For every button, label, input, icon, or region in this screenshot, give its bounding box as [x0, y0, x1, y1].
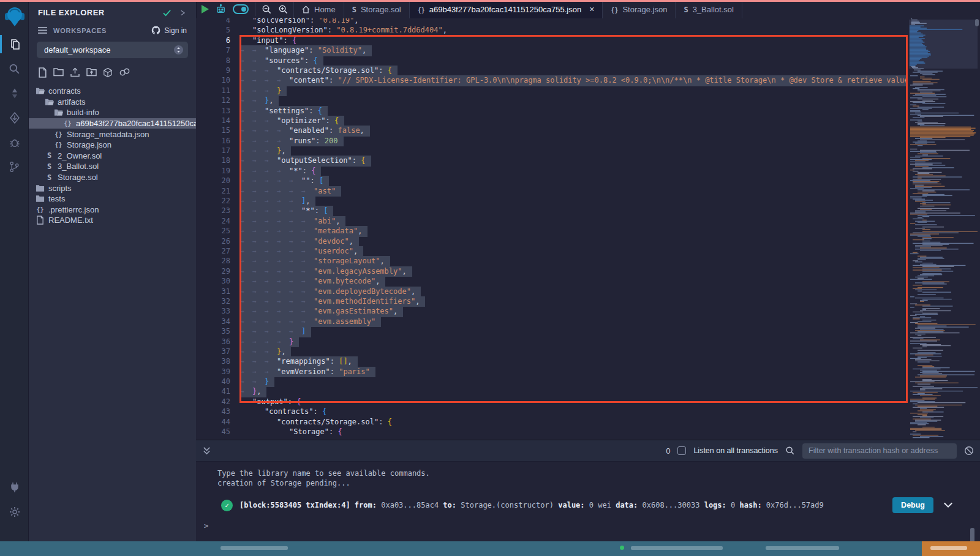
run-script-button[interactable] [202, 5, 209, 13]
code-line: "output": { [240, 397, 908, 407]
tree-item[interactable]: {}Storage_metadata.json [29, 129, 196, 140]
robot-assistant-icon[interactable] [215, 4, 227, 15]
tree-item-label: contracts [48, 86, 81, 96]
terminal-search-icon[interactable] [785, 446, 795, 456]
folder-open-icon [53, 108, 64, 116]
code-line: →→→→→→"abi", [240, 216, 908, 226]
code-line: →→→→→→"ast" [240, 186, 908, 196]
tree-item[interactable]: README.txt [29, 215, 196, 226]
code-line: →→→→→→"evm.bytecode", [240, 276, 908, 286]
line-number: 41 [196, 386, 230, 396]
rail-item-settings[interactable] [0, 500, 29, 524]
rail-item-plugin-manager[interactable] [0, 475, 29, 500]
code-line: →→→→→] [240, 326, 908, 336]
zoom-in-icon[interactable] [278, 4, 288, 15]
upload-folder-icon[interactable] [86, 67, 97, 78]
line-number: 44 [196, 417, 230, 427]
line-number: 29 [196, 266, 230, 276]
editor-controls [197, 0, 293, 18]
editor-tab[interactable]: {}Storage.json [603, 0, 676, 18]
code-line: →→→→"runs": 200 [240, 136, 908, 146]
editor-scrollbar-thumb[interactable] [975, 19, 979, 26]
line-number: 33 [196, 306, 230, 316]
terminal-line: creation of Storage pending... [217, 479, 980, 487]
tree-item[interactable]: S2_Owner.sol [29, 151, 196, 162]
line-number: 32 [196, 296, 230, 306]
sign-in-button[interactable]: Sign in [151, 26, 187, 35]
line-number: 27 [196, 246, 230, 256]
line-number: 15 [196, 126, 230, 135]
workspace-actions-icon[interactable] [173, 45, 184, 55]
new-folder-icon[interactable] [53, 67, 64, 78]
workspace-selector[interactable]: default_workspace [37, 42, 188, 58]
editor-tab[interactable]: Home [293, 0, 344, 18]
tree-item[interactable]: {}a69b43f277ba20fcac141151250ca7... [29, 118, 196, 129]
status-bar [0, 541, 980, 556]
tree-item[interactable]: SStorage.sol [29, 172, 196, 183]
workspaces-label: WORKSPACES [53, 27, 151, 34]
code-line: "input": { [240, 36, 908, 45]
folder-open-icon [35, 87, 45, 95]
editor-tab[interactable]: S3_Ballot.sol [676, 0, 742, 18]
code-line: →→→→"*": { [240, 166, 908, 176]
clear-console-icon[interactable] [964, 446, 974, 456]
network-status-dot [620, 546, 624, 550]
terminal-collapse-icon[interactable] [202, 446, 211, 456]
upload-file-icon[interactable] [70, 67, 80, 78]
rail-item-remix-logo[interactable] [0, 0, 29, 32]
new-file-icon[interactable] [38, 67, 47, 78]
tree-item[interactable]: artifacts [29, 97, 196, 108]
terminal-prompt[interactable]: > [204, 522, 980, 530]
tree-item[interactable]: build-info [29, 107, 196, 118]
editor-lines: "solcVersion": "0.8.19","solcLongVersion… [240, 18, 908, 437]
code-line: →→→→→→"evm.deployedBytecode", [240, 287, 908, 296]
folder-open-icon [44, 98, 55, 106]
listen-transactions-checkbox[interactable] [677, 446, 686, 455]
line-number: 31 [196, 287, 230, 296]
code-line: →→→→→], [240, 196, 908, 206]
line-number: 12 [196, 96, 230, 105]
code-editor[interactable]: 4567891011121314151617181920212223242526… [196, 18, 980, 440]
tx-expand-chevron-icon[interactable] [943, 502, 953, 509]
statusbar-text-fragment [766, 546, 839, 550]
rail-item-git[interactable] [0, 154, 29, 179]
settings-icon [9, 506, 20, 517]
link-icon[interactable] [119, 67, 130, 78]
tree-item[interactable]: S3_Ballot.sol [29, 161, 196, 172]
file-toolbar [38, 67, 196, 78]
hamburger-icon[interactable] [38, 26, 47, 34]
close-tab-icon[interactable]: × [589, 4, 594, 14]
tree-item[interactable]: scripts [29, 182, 196, 193]
tree-item-label: .prettierrc.json [48, 205, 99, 214]
terminal-body[interactable]: Type the library name to see available c… [196, 462, 980, 541]
rail-item-deploy-run[interactable] [0, 105, 29, 130]
tree-item[interactable]: {}Storage.json [29, 140, 196, 151]
debug-button[interactable]: Debug [892, 497, 933, 513]
minimap[interactable] [909, 18, 978, 440]
tree-item[interactable]: {}.prettierrc.json [29, 205, 196, 216]
cube-icon[interactable] [103, 67, 113, 78]
editor-tab[interactable]: {}a69b43f277ba20fcac141151250ca755.json× [410, 0, 603, 18]
tree-item[interactable]: contracts [29, 86, 196, 97]
tree-item[interactable]: tests [29, 193, 196, 205]
line-number: 39 [196, 367, 230, 377]
panel-collapse-chevron-icon[interactable] [179, 9, 186, 17]
editor-tab[interactable]: SStorage.sol [344, 0, 410, 18]
tx-log-text: [block:5583405 txIndex:4] from: 0xa03...… [239, 501, 824, 509]
file-explorer-panel: FILE EXPLORER WORKSPACES Sign in default… [29, 0, 196, 541]
transaction-filter-input[interactable] [802, 443, 957, 459]
line-number: 16 [196, 136, 230, 146]
line-number: 23 [196, 206, 230, 216]
rail-item-solidity-compiler[interactable] [0, 81, 29, 105]
line-number: 34 [196, 317, 230, 326]
zoom-out-icon[interactable] [262, 4, 272, 15]
rail-items [0, 0, 28, 179]
plugin-manager-icon [9, 482, 20, 493]
rail-item-debugger[interactable] [0, 130, 29, 154]
code-line: →→→"evmVersion": "paris" [240, 367, 908, 377]
code-line: →→→→→→"metadata", [240, 226, 908, 236]
rail-item-file-explorer[interactable] [0, 32, 29, 56]
rail-item-search[interactable] [0, 56, 29, 81]
screenshot-top-border [0, 0, 980, 2]
editor-toggle-switch[interactable] [233, 4, 249, 14]
